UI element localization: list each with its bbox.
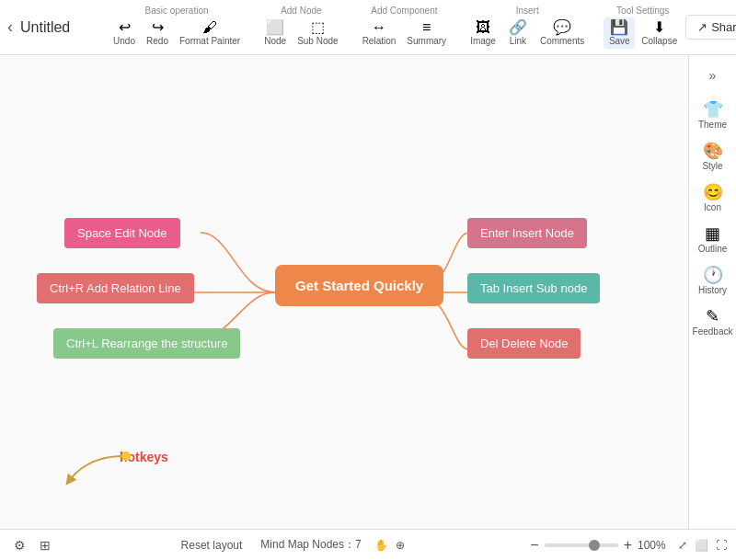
- back-button[interactable]: ‹: [7, 15, 13, 40]
- save-label: Save: [609, 36, 630, 46]
- main-area: Get Started Quickly Space Edit Node Ctrl…: [0, 55, 736, 529]
- toolbar-items-component: ↔ Relation ≡ Summary: [358, 17, 452, 49]
- bottom-bar: ⚙ ⊞ Reset layout Mind Map Nodes：7 ✋ ⊕ − …: [0, 529, 736, 560]
- feedback-icon: ✎: [706, 308, 719, 325]
- zoom-control[interactable]: − + 100%: [530, 537, 671, 554]
- node-enter-insert[interactable]: Enter Insert Node: [467, 218, 587, 248]
- sidebar-item-outline[interactable]: ▦ Outline: [692, 220, 734, 259]
- sub-node-icon: ⬚: [311, 20, 325, 35]
- node-ctrl-r[interactable]: Ctrl+R Add Relation Line: [37, 273, 194, 303]
- toolbar-section-insert: Insert 🖼 Image 🔗 Link 💬 Comments: [466, 6, 589, 49]
- reset-layout-button[interactable]: Reset layout: [181, 539, 243, 552]
- toolbar-label-settings: Tool Settings: [616, 6, 669, 16]
- summary-label: Summary: [407, 36, 446, 46]
- sidebar-item-icon[interactable]: 😊 Icon: [692, 178, 734, 218]
- link-icon: 🔗: [509, 20, 527, 35]
- node-icon: ⬜: [266, 20, 284, 35]
- format-painter-icon: 🖌: [202, 20, 217, 35]
- node-label: Node: [264, 36, 286, 46]
- undo-button[interactable]: ↩ Undo: [109, 17, 140, 49]
- link-label: Link: [510, 36, 526, 46]
- save-button[interactable]: 💾 Save: [604, 17, 635, 49]
- fit-icon[interactable]: ⤢: [678, 539, 687, 552]
- history-icon: 🕐: [703, 267, 723, 283]
- toolbar-items-insert: 🖼 Image 🔗 Link 💬 Comments: [466, 17, 589, 49]
- relation-button[interactable]: ↔ Relation: [358, 17, 401, 49]
- toolbar-section-basic: Basic operation ↩ Undo ↪ Redo 🖌 Format P…: [109, 6, 245, 49]
- toolbar-items-basic: ↩ Undo ↪ Redo 🖌 Format Painter: [109, 17, 245, 49]
- outline-icon: ▦: [705, 225, 720, 242]
- collapse-label: Collapse: [641, 36, 677, 46]
- sidebar-item-history-label: History: [698, 285, 727, 295]
- zoom-thumb[interactable]: [589, 540, 600, 551]
- node-ctrl-l[interactable]: Ctrl+L Rearrange the structure: [53, 328, 240, 359]
- node-tab-insert[interactable]: Tab Insert Sub node: [467, 273, 600, 303]
- redo-icon: ↪: [152, 20, 164, 35]
- comments-icon: 💬: [553, 20, 571, 35]
- right-sidebar: » 👕 Theme 🎨 Style 😊 Icon ▦ Outline 🕐 His…: [688, 55, 736, 529]
- chevron-right-icon: »: [709, 68, 717, 83]
- relation-icon: ↔: [372, 20, 386, 35]
- sidebar-item-icon-label: Icon: [704, 202, 721, 212]
- sidebar-collapse-button[interactable]: »: [696, 63, 730, 88]
- node-count: Mind Map Nodes：7: [260, 537, 361, 553]
- toolbar-label-basic: Basic operation: [145, 6, 209, 16]
- redo-button[interactable]: ↪ Redo: [142, 17, 173, 49]
- toolbar-section-component: Add Component ↔ Relation ≡ Summary: [358, 6, 452, 49]
- relation-label: Relation: [362, 36, 397, 46]
- collapse-icon: ⬇: [653, 20, 665, 35]
- toolbar-section-settings: Tool Settings 💾 Save ⬇ Collapse: [604, 6, 682, 49]
- comments-button[interactable]: 💬 Comments: [535, 17, 589, 49]
- undo-label: Undo: [113, 36, 135, 46]
- collapse-button[interactable]: ⬇ Collapse: [637, 17, 682, 49]
- link-button[interactable]: 🔗 Link: [502, 17, 534, 49]
- sidebar-item-history[interactable]: 🕐 History: [692, 261, 734, 301]
- sidebar-item-theme-label: Theme: [698, 120, 727, 130]
- central-node[interactable]: Get Started Quickly: [275, 265, 443, 306]
- image-button[interactable]: 🖼 Image: [466, 17, 500, 49]
- sub-node-label: Sub Node: [297, 36, 338, 46]
- toolbar-label-component: Add Component: [371, 6, 437, 16]
- toolbar-items-addnode: ⬜ Node ⬚ Sub Node: [259, 17, 342, 49]
- save-icon: 💾: [610, 20, 628, 35]
- target-icon[interactable]: ⊕: [396, 539, 405, 552]
- node-del-delete[interactable]: Del Delete Node: [467, 328, 581, 359]
- share-label: Share: [711, 20, 736, 34]
- sidebar-item-feedback-label: Feedback: [693, 326, 733, 337]
- hand-icon[interactable]: ✋: [374, 539, 388, 552]
- sidebar-item-style[interactable]: 🎨 Style: [692, 137, 734, 177]
- sidebar-item-outline-label: Outline: [698, 244, 728, 254]
- toolbar-items-settings: 💾 Save ⬇ Collapse: [604, 17, 682, 49]
- image-label: Image: [470, 36, 496, 46]
- zoom-percent: 100%: [638, 539, 671, 552]
- settings-icon[interactable]: ⚙: [9, 535, 29, 555]
- toolbar-label-insert: Insert: [516, 6, 539, 16]
- expand-icon[interactable]: ⬜: [695, 539, 708, 552]
- grid-icon[interactable]: ⊞: [35, 535, 55, 555]
- redo-label: Redo: [146, 36, 168, 46]
- theme-icon: 👕: [703, 101, 723, 118]
- sidebar-item-theme[interactable]: 👕 Theme: [692, 96, 734, 135]
- hotkeys-arrow: [60, 451, 133, 488]
- image-icon: 🖼: [476, 20, 490, 35]
- zoom-minus-button[interactable]: −: [530, 537, 538, 554]
- undo-icon: ↩: [119, 20, 131, 35]
- sub-node-button[interactable]: ⬚ Sub Node: [293, 17, 342, 49]
- toolbar-section-addnode: Add Node ⬜ Node ⬚ Sub Node: [259, 6, 342, 49]
- format-painter-button[interactable]: 🖌 Format Painter: [175, 17, 245, 49]
- icon-icon: 😊: [703, 184, 723, 200]
- zoom-slider[interactable]: [545, 543, 618, 547]
- summary-icon: ≡: [422, 20, 431, 35]
- summary-button[interactable]: ≡ Summary: [402, 17, 451, 49]
- sidebar-item-feedback[interactable]: ✎ Feedback: [692, 303, 734, 342]
- node-space-edit[interactable]: Space Edit Node: [64, 218, 180, 248]
- header: ‹ Untitled Basic operation ↩ Undo ↪ Redo…: [0, 0, 736, 55]
- bottom-icons: ⚙ ⊞: [9, 535, 55, 555]
- fullscreen-icon[interactable]: ⛶: [716, 539, 727, 552]
- document-title: Untitled: [20, 19, 94, 36]
- zoom-plus-button[interactable]: +: [624, 537, 632, 554]
- format-painter-label: Format Painter: [179, 36, 240, 46]
- node-button[interactable]: ⬜ Node: [259, 17, 291, 49]
- canvas[interactable]: Get Started Quickly Space Edit Node Ctrl…: [0, 55, 688, 529]
- share-button[interactable]: ↗ Share: [685, 15, 736, 40]
